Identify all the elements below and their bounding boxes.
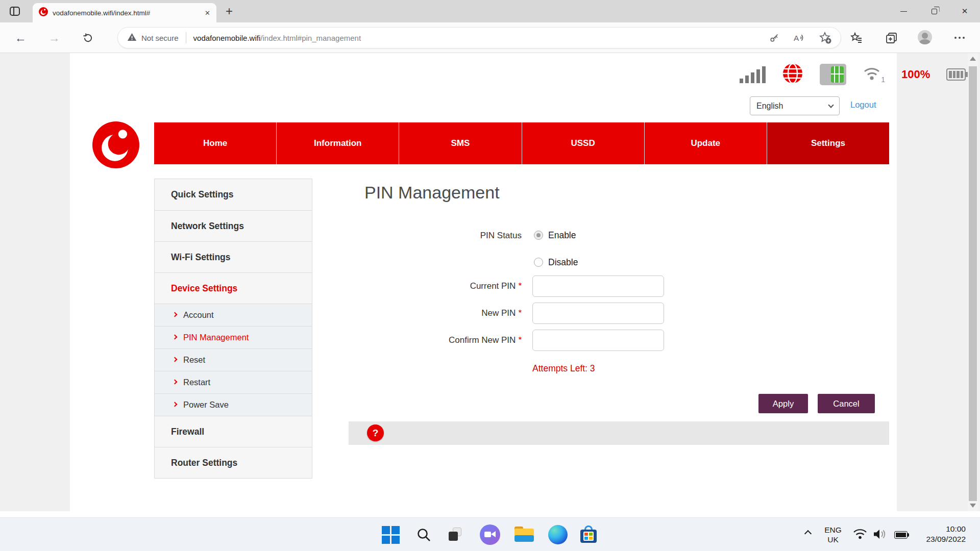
pin-status-disable-radio[interactable] [534, 258, 543, 267]
pin-status-enable-label[interactable]: Enable [548, 230, 576, 241]
tray-date: 23/09/2022 [926, 534, 966, 544]
not-secure-icon [127, 33, 137, 43]
chevron-right-icon [173, 334, 178, 339]
edge-browser-icon[interactable] [547, 524, 569, 545]
page-title: PIN Management [364, 183, 500, 203]
confirm-new-pin-input[interactable] [532, 330, 664, 351]
read-aloud-icon[interactable]: A [793, 32, 806, 43]
main-nav: Home Information SMS USSD Update Setting… [154, 122, 889, 164]
battery-icon [946, 67, 969, 82]
close-icon[interactable]: ✕ [949, 0, 980, 22]
language-selected: English [756, 102, 783, 111]
pin-status-disable-label[interactable]: Disable [548, 257, 578, 268]
wifi-clients-icon: 1 [863, 65, 885, 84]
pin-status-label: PIN Status [332, 231, 522, 241]
battery-percent: 100% [901, 68, 930, 81]
tab-title: vodafonemobile.wifi/index.html# [53, 9, 200, 17]
tray-volume-icon[interactable] [871, 525, 888, 543]
sidebar-item-restart[interactable]: Restart [155, 371, 312, 393]
sidebar-item-router-settings[interactable]: Router Settings [155, 447, 312, 478]
windows-taskbar: ENG UK 10:00 23/09/2022 [0, 517, 980, 551]
sidebar-item-power-save[interactable]: Power Save [155, 393, 312, 416]
nav-sms[interactable]: SMS [399, 122, 521, 164]
security-label[interactable]: Not secure [141, 34, 179, 42]
chevron-down-icon [828, 102, 834, 108]
address-bar[interactable]: Not secure vodafonemobile.wifi /index.ht… [117, 27, 841, 48]
profile-avatar[interactable] [918, 30, 932, 44]
url-path[interactable]: /index.html#pin_management [260, 34, 361, 42]
minimize-icon[interactable] [888, 0, 919, 22]
favorites-icon[interactable] [849, 31, 864, 45]
browser-viewport: 1 100% English Logout Home Information [0, 53, 980, 511]
chevron-right-icon [173, 312, 178, 317]
task-view-icon[interactable] [445, 524, 466, 545]
chat-icon[interactable] [479, 524, 501, 545]
nav-ussd[interactable]: USSD [522, 122, 644, 164]
nav-home[interactable]: Home [154, 122, 276, 164]
logout-link[interactable]: Logout [850, 100, 876, 110]
start-button[interactable] [380, 524, 401, 545]
sidebar-item-quick-settings[interactable]: Quick Settings [155, 179, 312, 210]
tray-clock[interactable]: 10:00 23/09/2022 [926, 524, 966, 544]
apply-button[interactable]: Apply [758, 394, 808, 413]
language-select[interactable]: English [750, 96, 840, 115]
search-icon[interactable] [413, 524, 434, 545]
collections-icon[interactable] [884, 31, 898, 45]
url-host[interactable]: vodafonemobile.wifi [193, 34, 261, 42]
hidden-icons-chevron[interactable] [804, 530, 812, 537]
vertical-scrollbar[interactable] [968, 53, 978, 511]
vodafone-logo [92, 121, 139, 170]
file-explorer-icon[interactable] [513, 524, 535, 545]
sidebar-item-reset[interactable]: Reset [155, 348, 312, 371]
network-globe-icon [782, 63, 803, 86]
signal-strength-icon [740, 66, 766, 83]
vodafone-favicon [39, 7, 48, 18]
back-icon[interactable]: ← [9, 22, 32, 53]
nav-update[interactable]: Update [644, 122, 767, 164]
new-pin-input[interactable] [532, 303, 664, 324]
nav-settings[interactable]: Settings [767, 122, 889, 164]
password-key-icon[interactable] [769, 32, 780, 43]
scroll-up-icon[interactable] [968, 53, 978, 64]
chevron-right-icon [173, 379, 178, 384]
tray-battery-icon[interactable] [894, 531, 910, 539]
sidebar-item-device-settings[interactable]: Device Settings [155, 272, 312, 304]
svg-text:A: A [794, 34, 799, 42]
tray-language[interactable]: ENG UK [821, 525, 845, 544]
settings-sidebar: Quick Settings Network Settings Wi-Fi Se… [154, 179, 312, 479]
tab-close-icon[interactable]: ✕ [205, 9, 210, 17]
cancel-button[interactable]: Cancel [818, 394, 875, 413]
window-controls: ✕ [888, 0, 980, 22]
add-favorite-icon[interactable] [819, 32, 831, 44]
settings-menu-icon[interactable] [952, 31, 967, 45]
current-pin-input[interactable] [532, 276, 664, 297]
browser-tab[interactable]: vodafonemobile.wifi/index.html# ✕ [33, 3, 216, 22]
tray-time: 10:00 [926, 524, 966, 534]
screen: vodafonemobile.wifi/index.html# ✕ + ✕ ← … [0, 0, 980, 551]
scroll-down-icon[interactable] [968, 500, 978, 511]
required-asterisk: * [518, 308, 522, 318]
pin-status-enable-radio[interactable] [534, 231, 543, 240]
microsoft-store-icon[interactable] [578, 524, 599, 545]
sidebar-item-wifi-settings[interactable]: Wi-Fi Settings [155, 241, 312, 272]
sidebar-item-network-settings[interactable]: Network Settings [155, 210, 312, 241]
tab-actions-icon[interactable] [8, 5, 21, 18]
router-page: 1 100% English Logout Home Information [70, 53, 897, 511]
help-icon[interactable]: ? [367, 424, 384, 441]
device-status-row: 1 100% [740, 60, 969, 89]
refresh-icon[interactable] [77, 22, 99, 53]
sidebar-item-account[interactable]: Account [155, 304, 312, 326]
current-pin-label: Current PIN* [332, 281, 522, 291]
sidebar-item-pin-management[interactable]: PIN Management [155, 326, 312, 348]
required-asterisk: * [518, 335, 522, 345]
new-tab-icon[interactable]: + [226, 4, 233, 18]
scrollbar-thumb[interactable] [969, 66, 977, 501]
sidebar-item-firewall[interactable]: Firewall [155, 416, 312, 447]
chevron-right-icon [173, 402, 178, 407]
browser-titlebar: vodafonemobile.wifi/index.html# ✕ + ✕ [0, 0, 980, 22]
nav-information[interactable]: Information [276, 122, 399, 164]
tray-wifi-icon[interactable] [851, 525, 869, 543]
required-asterisk: * [518, 281, 522, 291]
chevron-right-icon [173, 357, 178, 362]
restore-icon[interactable] [919, 0, 949, 22]
